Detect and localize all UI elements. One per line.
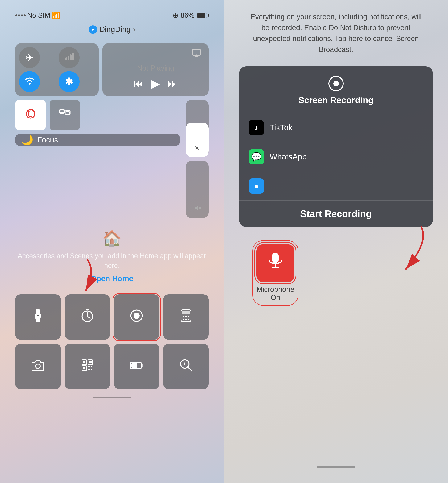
screen-record-button[interactable] bbox=[114, 294, 160, 340]
svg-rect-40 bbox=[91, 369, 92, 370]
tiktok-icon: ♪ bbox=[249, 120, 264, 135]
app-icon: ➤ bbox=[89, 25, 97, 34]
focus-label: Focus bbox=[37, 136, 58, 144]
microphone-icon bbox=[267, 252, 284, 275]
svg-rect-8 bbox=[60, 110, 64, 113]
svg-rect-38 bbox=[91, 366, 92, 367]
mic-section: Microphone On bbox=[239, 242, 433, 304]
sr-title: Screen Recording bbox=[298, 95, 374, 105]
flashlight-button[interactable] bbox=[15, 294, 61, 340]
red-arrow-left bbox=[57, 256, 95, 298]
chevron-right-icon: › bbox=[133, 25, 135, 33]
airplay-area bbox=[110, 49, 201, 59]
svg-rect-0 bbox=[65, 57, 67, 60]
battery-icon bbox=[197, 13, 209, 18]
whatsapp-symbol: 💬 bbox=[251, 152, 262, 162]
wifi-icon bbox=[24, 76, 35, 88]
svg-rect-15 bbox=[37, 315, 39, 316]
timer-icon bbox=[81, 309, 94, 325]
cellular-icon bbox=[64, 52, 74, 63]
bottom-buttons bbox=[15, 294, 209, 389]
battery-fill bbox=[197, 13, 205, 17]
control-center-grid: ✈ bbox=[15, 43, 209, 218]
app-title-bar: ➤ DingDing › bbox=[89, 25, 136, 34]
svg-line-45 bbox=[188, 367, 192, 371]
sr-third-app-item[interactable]: ● bbox=[239, 171, 433, 201]
third-app-symbol: ● bbox=[254, 182, 259, 190]
bottom-grid-row1 bbox=[15, 294, 209, 340]
open-home-button[interactable]: Open Home bbox=[91, 274, 133, 283]
cellular-button[interactable] bbox=[59, 47, 80, 68]
svg-rect-42 bbox=[141, 364, 143, 367]
left-panel: No SIM 📶 ⊕ 86% ➤ DingDing › bbox=[0, 0, 224, 483]
airplay-icon[interactable] bbox=[192, 49, 201, 59]
dot3 bbox=[21, 15, 23, 16]
media-controls: ⏮ ▶ ⏭ bbox=[110, 77, 201, 90]
dot4 bbox=[24, 15, 26, 16]
sr-whatsapp-item[interactable]: 💬 WhatsApp bbox=[239, 142, 433, 171]
brightness-icon: ☀ bbox=[194, 145, 200, 153]
location-arrow-icon: ➤ bbox=[91, 27, 95, 32]
magnifier-button[interactable] bbox=[163, 344, 209, 389]
right-panel: Everything on your screen, including not… bbox=[224, 0, 448, 483]
svg-rect-10 bbox=[66, 111, 69, 114]
whatsapp-icon: 💬 bbox=[249, 149, 264, 164]
flashlight-icon bbox=[33, 309, 43, 325]
status-left: No SIM 📶 bbox=[15, 11, 60, 19]
svg-rect-3 bbox=[72, 53, 74, 60]
svg-rect-39 bbox=[88, 369, 90, 370]
airplane-icon: ✈ bbox=[26, 52, 33, 63]
calculator-button[interactable] bbox=[163, 294, 209, 340]
play-button[interactable]: ▶ bbox=[151, 77, 160, 90]
airplane-mode-button[interactable]: ✈ bbox=[19, 47, 40, 68]
status-bar: No SIM 📶 ⊕ 86% bbox=[15, 11, 209, 19]
rewind-button[interactable]: ⏮ bbox=[134, 78, 144, 89]
sr-tiktok-item[interactable]: ♪ TikTok bbox=[239, 113, 433, 142]
svg-line-18 bbox=[87, 316, 90, 318]
svg-rect-34 bbox=[89, 361, 92, 363]
red-arrow-right bbox=[372, 223, 429, 277]
connectivity-block: ✈ bbox=[15, 43, 99, 96]
bluetooth-button[interactable]: ✱ bbox=[59, 71, 80, 92]
start-recording-label: Start Recording bbox=[300, 208, 372, 219]
qr-code-button[interactable] bbox=[65, 344, 110, 389]
orientation-lock-button[interactable] bbox=[15, 100, 46, 130]
bluetooth-icon: ✱ bbox=[65, 76, 73, 87]
battery-status-button[interactable] bbox=[114, 344, 160, 389]
sr-header: Screen Recording bbox=[239, 66, 433, 113]
mute-icon bbox=[193, 204, 201, 213]
svg-rect-14 bbox=[36, 309, 40, 314]
bottom-grid-row2 bbox=[15, 344, 209, 389]
battery-status-icon bbox=[130, 360, 143, 373]
screen-record-icon bbox=[130, 309, 143, 325]
volume-slider[interactable] bbox=[186, 161, 209, 218]
brightness-slider[interactable]: ☀ bbox=[186, 100, 209, 157]
mic-label-line1: Microphone bbox=[256, 285, 295, 294]
location-icon: ⊕ bbox=[173, 11, 178, 19]
camera-button[interactable] bbox=[15, 344, 61, 389]
whatsapp-label: WhatsApp bbox=[270, 152, 307, 161]
wifi-status-icon: 📶 bbox=[52, 11, 60, 19]
svg-rect-1 bbox=[68, 56, 69, 60]
focus-button[interactable]: 🌙 Focus bbox=[15, 134, 180, 146]
svg-point-4 bbox=[29, 83, 31, 85]
timer-button[interactable] bbox=[65, 294, 110, 340]
microphone-button[interactable] bbox=[256, 244, 295, 282]
svg-point-29 bbox=[188, 319, 189, 321]
carrier-label: No SIM bbox=[27, 11, 50, 19]
cc-row-2: 🌙 Focus ☀ bbox=[15, 100, 209, 218]
home-description: Accessories and Scenes you add in the Ho… bbox=[15, 251, 209, 271]
app-name-label: DingDing bbox=[99, 25, 131, 34]
wifi-button[interactable] bbox=[19, 71, 40, 92]
svg-point-21 bbox=[134, 313, 140, 319]
media-not-playing-label: Not Playing bbox=[110, 64, 201, 72]
svg-rect-23 bbox=[182, 311, 190, 314]
screen-mirror-button[interactable] bbox=[50, 100, 80, 130]
tiktok-symbol: ♪ bbox=[254, 123, 258, 132]
sr-record-inner bbox=[333, 81, 339, 86]
media-block: Not Playing ⏮ ▶ ⏭ bbox=[102, 43, 209, 96]
svg-rect-36 bbox=[83, 367, 85, 369]
dot2 bbox=[18, 15, 20, 16]
fast-forward-button[interactable]: ⏭ bbox=[168, 78, 177, 89]
info-text: Everything on your screen, including not… bbox=[239, 11, 433, 55]
